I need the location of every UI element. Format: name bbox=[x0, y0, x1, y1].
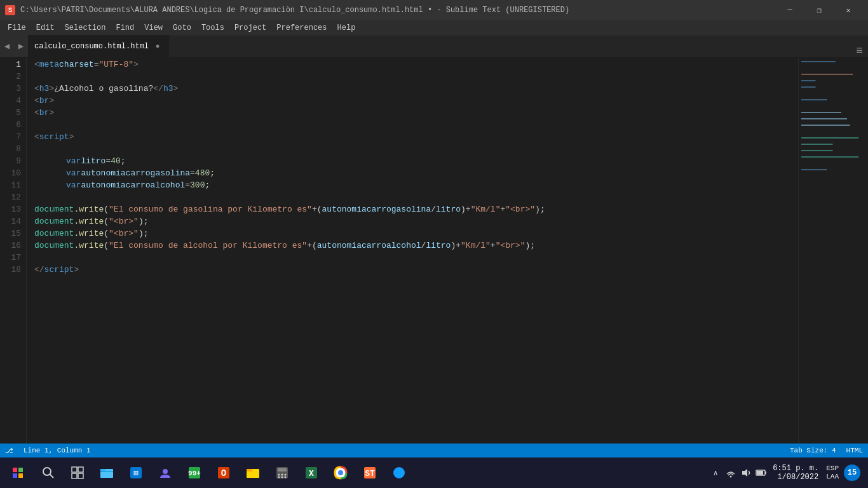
code-editor[interactable]: <meta charset="UTF-8"> <h3>¿Alcohol o ga… bbox=[27, 58, 798, 444]
tab-bar: ◀ ▶ calculo_consumo.html.html ● ≡ bbox=[0, 36, 868, 58]
tb-app-explorer[interactable] bbox=[93, 459, 121, 487]
app-icon: S bbox=[5, 5, 15, 15]
menu-goto[interactable]: Goto bbox=[168, 20, 196, 36]
tray-volume[interactable] bbox=[740, 466, 752, 479]
taskbar-lang[interactable]: ESP LAA bbox=[824, 458, 841, 488]
tab-nav-next[interactable]: ▶ bbox=[14, 35, 28, 57]
tab-nav-prev[interactable]: ◀ bbox=[0, 35, 14, 57]
tab-close-icon[interactable]: ● bbox=[153, 41, 163, 51]
tb-app-teams[interactable] bbox=[151, 459, 179, 487]
svg-rect-18 bbox=[278, 468, 287, 471]
status-language[interactable]: HTML bbox=[846, 447, 863, 454]
menu-edit[interactable]: Edit bbox=[31, 20, 60, 36]
minimap bbox=[798, 58, 868, 444]
title-bar: S C:\Users\PATRI\Documents\ALURA ANDRES\… bbox=[0, 0, 868, 20]
svg-text:ST: ST bbox=[365, 469, 375, 478]
code-line-18: </script> bbox=[34, 264, 798, 276]
search-button[interactable] bbox=[34, 459, 62, 487]
tray-battery[interactable] bbox=[755, 466, 768, 479]
code-line-4: <br> bbox=[34, 95, 798, 107]
svg-rect-2 bbox=[72, 467, 77, 472]
line-num-6: 6 bbox=[0, 119, 21, 131]
menu-project[interactable]: Project bbox=[229, 20, 271, 36]
tb-app-store[interactable]: ⊞ bbox=[122, 459, 150, 487]
svg-line-1 bbox=[50, 474, 53, 478]
menu-tools[interactable]: Tools bbox=[196, 20, 229, 36]
code-line-11: var autonomiacarroalcohol=300; bbox=[34, 179, 798, 191]
svg-rect-16 bbox=[247, 469, 252, 471]
taskview-button[interactable] bbox=[64, 459, 92, 487]
svg-point-23 bbox=[281, 477, 283, 478]
tray-chevron[interactable]: ∧ bbox=[709, 466, 722, 479]
svg-text:X: X bbox=[309, 469, 314, 478]
tab-bar-overflow[interactable]: ≡ bbox=[856, 44, 868, 57]
code-line-14: document.write ("<br>"); bbox=[34, 215, 798, 227]
status-git[interactable]: ⎇ bbox=[5, 447, 13, 455]
close-button[interactable]: ✕ bbox=[834, 0, 863, 20]
line-num-12: 12 bbox=[0, 191, 21, 203]
maximize-button[interactable]: ❐ bbox=[804, 0, 834, 20]
menu-selection[interactable]: Selection bbox=[60, 20, 111, 36]
svg-marker-34 bbox=[742, 469, 747, 477]
code-line-17 bbox=[34, 252, 798, 264]
svg-rect-37 bbox=[765, 471, 766, 474]
status-bar: ⎇ Line 1, Column 1 Tab Size: 4 HTML bbox=[0, 444, 868, 458]
taskbar-clock[interactable]: 6:51 p. m. 1/08/2022 bbox=[770, 458, 821, 488]
menu-file[interactable]: File bbox=[3, 20, 31, 36]
tb-app-sublime[interactable]: ST bbox=[356, 459, 384, 487]
line-numbers: 1 2 3 4 5 6 7 8 9 10 11 12 13 14 15 16 1… bbox=[0, 58, 27, 444]
svg-point-20 bbox=[281, 474, 283, 476]
line-num-17: 17 bbox=[0, 252, 21, 264]
menu-help[interactable]: Help bbox=[332, 20, 361, 36]
tb-app-calc[interactable] bbox=[268, 459, 296, 487]
line-num-8: 8 bbox=[0, 143, 21, 155]
line-num-11: 11 bbox=[0, 179, 21, 191]
code-line-13: document.write ("El consumo de gasolina … bbox=[34, 203, 798, 215]
code-line-12 bbox=[34, 191, 798, 203]
tray-network[interactable] bbox=[724, 466, 737, 479]
menu-preferences[interactable]: Preferences bbox=[271, 20, 332, 36]
tb-app-files[interactable] bbox=[239, 459, 267, 487]
tab-calculo[interactable]: calculo_consumo.html.html ● bbox=[28, 35, 170, 57]
line-num-7: 7 bbox=[0, 131, 21, 143]
svg-rect-3 bbox=[78, 467, 83, 472]
svg-point-28 bbox=[338, 470, 343, 475]
status-right: Tab Size: 4 HTML bbox=[790, 447, 863, 454]
svg-rect-36 bbox=[757, 471, 763, 475]
tb-app-other[interactable]: 🌐 bbox=[385, 459, 413, 487]
menu-bar: File Edit Selection Find View Goto Tools… bbox=[0, 20, 868, 36]
status-left: ⎇ Line 1, Column 1 bbox=[5, 447, 91, 455]
svg-point-24 bbox=[285, 477, 287, 478]
menu-find[interactable]: Find bbox=[111, 20, 139, 36]
notification-count[interactable]: 15 bbox=[844, 464, 860, 481]
code-line-1: <meta charset="UTF-8"> bbox=[34, 58, 798, 71]
tb-app-excel[interactable]: X bbox=[297, 459, 325, 487]
svg-text:99+: 99+ bbox=[188, 470, 201, 477]
start-button[interactable] bbox=[3, 458, 33, 488]
status-position[interactable]: Line 1, Column 1 bbox=[24, 447, 91, 454]
line-num-5: 5 bbox=[0, 107, 21, 119]
line-num-3: 3 bbox=[0, 83, 21, 95]
code-line-9: var litro= 40; bbox=[34, 155, 798, 167]
line-num-2: 2 bbox=[0, 71, 21, 83]
minimize-button[interactable]: — bbox=[775, 0, 804, 20]
tb-app-badge[interactable]: 99+ bbox=[180, 459, 208, 487]
menu-view[interactable]: View bbox=[139, 20, 168, 36]
code-line-2 bbox=[34, 71, 798, 83]
svg-point-33 bbox=[730, 476, 732, 478]
line-num-13: 13 bbox=[0, 203, 21, 215]
line-num-4: 4 bbox=[0, 95, 21, 107]
line-num-16: 16 bbox=[0, 240, 21, 252]
tb-app-office[interactable]: O bbox=[210, 459, 238, 487]
status-tab-size[interactable]: Tab Size: 4 bbox=[790, 447, 836, 454]
code-line-8 bbox=[34, 143, 798, 155]
code-line-16: document.write ("El consumo de alcohol p… bbox=[34, 240, 798, 252]
svg-point-22 bbox=[278, 477, 280, 478]
code-line-15: document.write ("<br>"); bbox=[34, 227, 798, 240]
clock-time: 6:51 p. m. bbox=[773, 464, 818, 473]
line-num-10: 10 bbox=[0, 167, 21, 179]
code-line-5: <br> bbox=[34, 107, 798, 119]
svg-point-21 bbox=[285, 474, 287, 476]
taskbar-right: ∧ 6:51 p. m. 1/08/2022 ESP LAA 15 bbox=[709, 458, 865, 488]
tb-app-chrome[interactable] bbox=[327, 459, 355, 487]
